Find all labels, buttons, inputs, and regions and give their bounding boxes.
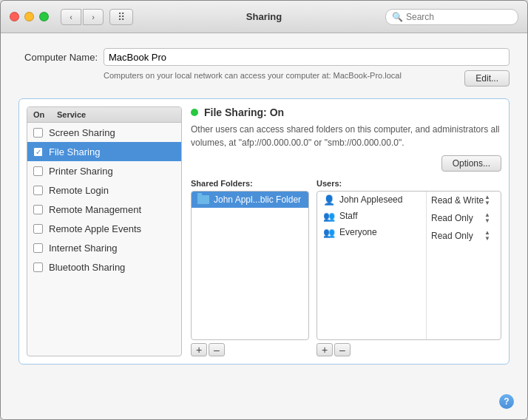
bottom-panel: On Service Screen Sharing ✓ File Sharing… [18,98,510,365]
screen-sharing-checkbox[interactable] [33,128,43,138]
perm-staff: Read Only [431,213,484,223]
service-header-on: On [33,110,57,119]
grid-icon: ⠿ [118,11,125,23]
perm-item-everyone: Read Only ▲ ▼ [427,227,501,245]
users-label: Users: [317,179,501,188]
folder-add-button[interactable]: + [191,343,207,356]
computer-name-label: Computer Name: [18,52,104,63]
user-name-everyone: Everyone [339,227,420,237]
computer-name-row: Computer Name: [18,48,510,66]
status-row: File Sharing: On [191,106,501,118]
perm-everyone: Read Only [431,231,484,241]
grid-button[interactable]: ⠿ [109,9,133,25]
remote-management-checkbox[interactable] [33,205,43,214]
status-description: Other users can access shared folders on… [191,123,501,149]
shared-folders-list[interactable]: John Appl...blic Folder [191,191,309,340]
bluetooth-sharing-label: Bluetooth Sharing [49,262,125,273]
folder-item[interactable]: John Appl...blic Folder [192,192,308,208]
main-content: Computer Name: Computers on your local n… [1,33,527,420]
user-item-staff[interactable]: 👥 Staff [317,208,426,224]
user-add-button[interactable]: + [317,343,333,356]
service-list: On Service Screen Sharing ✓ File Sharing… [27,106,182,356]
file-sharing-label: File Sharing [49,146,100,158]
service-header-label: Service [57,110,86,119]
computer-name-subtext: Computers on your local network can acce… [104,70,457,81]
titlebar: ‹ › ⠿ Sharing 🔍 [1,1,527,33]
perm-stepper-john[interactable]: ▲ ▼ [484,194,496,206]
back-icon: ‹ [70,13,72,21]
internet-sharing-checkbox[interactable] [33,243,43,253]
user-name-john: John Appleseed [339,194,420,205]
search-icon: 🔍 [392,12,403,22]
perm-stepper-staff[interactable]: ▲ ▼ [484,212,496,224]
user-icon-everyone: 👥 [323,227,335,237]
file-sharing-checkbox[interactable]: ✓ [33,147,43,157]
options-row: Options... [191,155,501,172]
users-section: Users: 👤 John Appleseed 👥 Staff [317,179,501,356]
perm-down-john[interactable]: ▼ [484,200,496,206]
minimize-button[interactable] [24,12,34,21]
service-item-bluetooth-sharing[interactable]: Bluetooth Sharing [27,257,181,277]
status-title: File Sharing: On [204,106,284,118]
perm-john: Read & Write [431,195,484,206]
perm-down-staff[interactable]: ▼ [484,218,496,224]
window-controls [10,12,49,21]
service-item-remote-login[interactable]: Remote Login [27,180,181,200]
perm-down-everyone[interactable]: ▼ [484,236,496,242]
folder-icon [197,195,209,204]
remote-login-checkbox[interactable] [33,186,43,195]
service-item-remote-apple-events[interactable]: Remote Apple Events [27,219,181,238]
forward-icon: › [92,13,95,21]
perm-stepper-everyone[interactable]: ▲ ▼ [484,230,496,242]
screen-sharing-label: Screen Sharing [49,127,115,138]
users-list: 👤 John Appleseed 👥 Staff 👥 Everyone [317,192,427,339]
folders-section: Shared Folders: John Appl...blic Folder … [191,179,309,356]
user-item-john[interactable]: 👤 John Appleseed [317,192,426,208]
user-name-staff: Staff [339,211,420,221]
bluetooth-sharing-checkbox[interactable] [33,262,43,272]
perm-item-staff: Read Only ▲ ▼ [427,209,501,227]
remote-apple-events-label: Remote Apple Events [49,223,141,234]
folder-add-remove: + – [191,343,309,356]
permissions-list: Read & Write ▲ ▼ Read Only ▲ [427,192,501,339]
shared-folders-label: Shared Folders: [191,179,309,188]
computer-name-input[interactable] [104,48,510,66]
search-input[interactable] [406,12,512,22]
status-dot-green [191,109,198,116]
service-item-file-sharing[interactable]: ✓ File Sharing [27,142,181,161]
nav-arrows: ‹ › [61,9,104,25]
remote-apple-events-checkbox[interactable] [33,224,43,234]
close-button[interactable] [10,12,19,21]
help-button[interactable]: ? [499,394,514,409]
service-list-header: On Service [27,107,181,123]
service-item-internet-sharing[interactable]: Internet Sharing [27,238,181,257]
users-permissions-box: 👤 John Appleseed 👥 Staff 👥 Everyone [317,191,501,340]
back-button[interactable]: ‹ [61,9,81,25]
window-title: Sharing [246,11,282,22]
user-icon-staff: 👥 [323,211,335,221]
user-icon-john: 👤 [323,194,335,205]
remote-login-label: Remote Login [49,185,109,196]
folder-remove-button[interactable]: – [209,343,225,356]
perm-item-john: Read & Write ▲ ▼ [427,192,501,209]
printer-sharing-label: Printer Sharing [49,166,113,177]
service-item-remote-management[interactable]: Remote Management [27,200,181,219]
printer-sharing-checkbox[interactable] [33,166,43,176]
service-item-printer-sharing[interactable]: Printer Sharing [27,161,181,180]
user-add-remove: + – [317,343,501,356]
folders-users-row: Shared Folders: John Appl...blic Folder … [191,179,501,356]
right-panel: File Sharing: On Other users can access … [191,106,501,356]
options-button[interactable]: Options... [441,155,501,172]
computer-name-sub: Computers on your local network can acce… [18,70,510,87]
folder-name: John Appl...blic Folder [214,194,301,205]
remote-management-label: Remote Management [49,204,141,215]
search-box[interactable]: 🔍 [385,9,518,25]
question-icon: ? [504,396,509,407]
maximize-button[interactable] [39,12,49,21]
user-item-everyone[interactable]: 👥 Everyone [317,224,426,240]
forward-button[interactable]: › [83,9,104,25]
user-remove-button[interactable]: – [334,343,351,356]
internet-sharing-label: Internet Sharing [49,243,118,254]
edit-button[interactable]: Edit... [464,70,510,87]
service-item-screen-sharing[interactable]: Screen Sharing [27,123,181,142]
